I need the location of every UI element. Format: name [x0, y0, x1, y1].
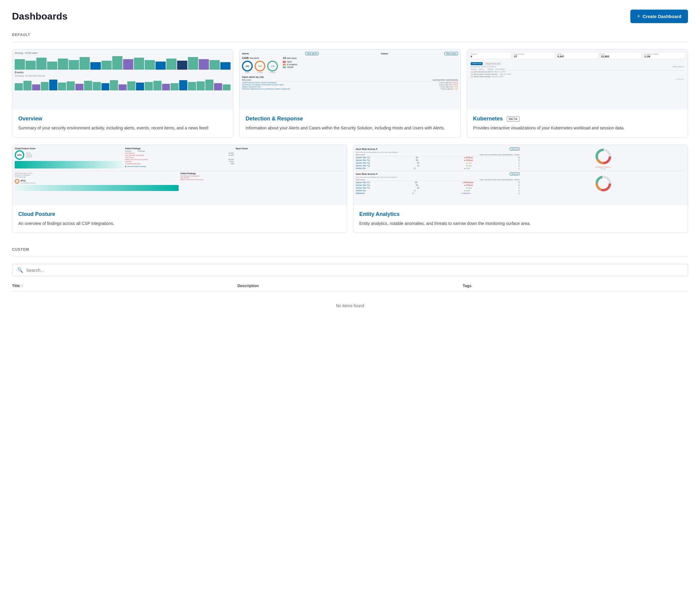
plus-icon: +: [637, 13, 640, 20]
dr-card-body: Detection & Response Information about y…: [240, 110, 460, 137]
entity-analytics-card[interactable]: Host Risk Scores ▾ Show all Host Risk Sc…: [353, 145, 688, 233]
page-title: Dashboards: [12, 11, 68, 22]
cloud-posture-card[interactable]: Cloud Posture Score 87% 62/71findingspas…: [12, 145, 347, 233]
default-cards-top-row: Showing: ~10,000 alerts: [12, 49, 688, 138]
overview-card[interactable]: Showing: ~10,000 alerts: [12, 49, 233, 138]
k8s-preview: Clusters 4 Namespaces 37 Nodes 5,347 Pod…: [467, 50, 688, 110]
ea-card-title: Entity Analytics: [359, 211, 682, 217]
cp-card-desc: An overview of findings across all CSP i…: [18, 220, 341, 227]
beta-badge: BETA: [507, 116, 520, 122]
table-col-description: Description: [238, 284, 463, 288]
table-col-title: Title ↑: [12, 284, 238, 288]
dr-card-title: Detection & Response: [246, 116, 454, 122]
sort-icon[interactable]: ↑: [21, 284, 23, 288]
default-section-label: DEFAULT: [12, 33, 688, 37]
default-cards-bottom-row: Cloud Posture Score 87% 62/71findingspas…: [12, 145, 688, 233]
search-input[interactable]: [26, 268, 683, 273]
custom-section: CUSTOM 🔍 Title ↑ Description Tags No ite…: [12, 247, 688, 320]
no-items-message: No items found: [12, 291, 688, 320]
cp-card-title: Cloud Posture: [18, 211, 341, 217]
kubernetes-card[interactable]: Clusters 4 Namespaces 37 Nodes 5,347 Pod…: [467, 49, 688, 138]
table-col-tags: Tags: [462, 284, 688, 288]
overview-card-body: Overview Summary of your security enviro…: [12, 110, 233, 137]
default-divider: [12, 42, 688, 42]
ea-card-body: Entity Analytics Entity analytics, notab…: [353, 205, 688, 233]
overview-card-title: Overview: [18, 116, 227, 122]
dr-card-desc: Information about your Alerts and Cases …: [246, 125, 454, 131]
overview-preview: Showing: ~10,000 alerts: [12, 50, 233, 110]
search-bar: 🔍: [12, 264, 688, 276]
k8s-card-body: Kubernetes BETA Provides interactive vis…: [467, 110, 688, 137]
page-header: Dashboards + Create Dashboard: [12, 9, 688, 23]
detection-response-card[interactable]: Alerts View alerts Cases View cases 3.63…: [239, 49, 460, 138]
ea-card-desc: Entity analytics, notable anomalies, and…: [359, 220, 682, 227]
dr-preview: Alerts View alerts Cases View cases 3.63…: [240, 50, 460, 110]
overview-card-desc: Summary of your security environment act…: [18, 125, 227, 131]
custom-divider: [12, 257, 688, 257]
custom-table-header: Title ↑ Description Tags: [12, 284, 688, 291]
cp-card-body: Cloud Posture An overview of findings ac…: [12, 205, 347, 233]
create-dashboard-button[interactable]: + Create Dashboard: [630, 9, 688, 23]
search-icon: 🔍: [17, 267, 23, 273]
k8s-card-desc: Provides interactive visualizations of y…: [473, 125, 682, 131]
ea-preview: Host Risk Scores ▾ Show all Host Risk Sc…: [353, 145, 688, 205]
k8s-card-title: Kubernetes BETA: [473, 116, 682, 122]
cp-preview: Cloud Posture Score 87% 62/71findingspas…: [12, 145, 347, 205]
create-button-label: Create Dashboard: [643, 14, 681, 19]
custom-section-label: CUSTOM: [12, 247, 688, 252]
